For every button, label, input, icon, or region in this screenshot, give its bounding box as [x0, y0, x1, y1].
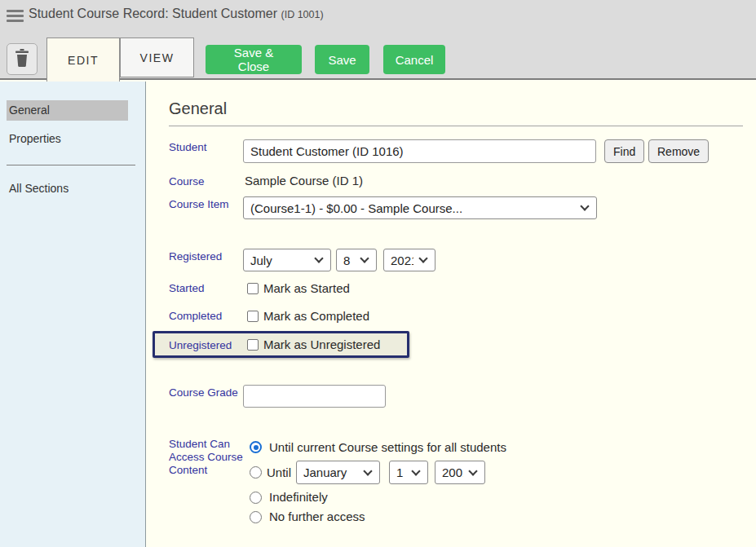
started-checkbox-label: Mark as Started: [263, 281, 350, 295]
chevron-down-icon: [314, 254, 323, 262]
access-option-no-further-access-radio[interactable]: [250, 511, 262, 523]
registered-month-value: July: [250, 254, 309, 267]
course-grade-input[interactable]: [243, 385, 386, 408]
unregistered-checkbox-label: Mark as Unregistered: [263, 337, 380, 351]
general-form: General Student Find Remove Course Sampl…: [146, 82, 756, 547]
chevron-down-icon: [418, 254, 427, 262]
chevron-down-icon: [580, 201, 589, 210]
save-and-close-button[interactable]: Save & Close: [206, 45, 302, 74]
hamburger-menu-icon[interactable]: [7, 10, 24, 22]
access-option-indefinitely-radio[interactable]: [250, 492, 262, 504]
until-day-select[interactable]: 1: [389, 461, 428, 484]
student-can-access-label: Student Can Access Course Content: [169, 438, 244, 477]
registered-year-select[interactable]: 2021: [383, 249, 435, 271]
student-label: Student: [169, 141, 207, 153]
chevron-down-icon: [468, 466, 477, 475]
until-month-select[interactable]: January: [296, 461, 380, 484]
find-button[interactable]: Find: [604, 139, 644, 163]
chevron-down-icon: [360, 254, 369, 262]
student-course-record-window: Student Course Record: Student Customer …: [0, 0, 756, 547]
course-item-label: Course Item: [169, 198, 229, 210]
until-year-value: 2001: [442, 465, 463, 479]
unregistered-label: Unregistered: [169, 339, 232, 351]
course-item-selected-value: (Course1-1) - $0.00 - Sample Course...: [250, 201, 575, 215]
tab-view[interactable]: VIEW: [120, 37, 194, 77]
heading-rule: [169, 126, 743, 126]
access-option-until-label: Until: [267, 465, 291, 479]
trash-icon: [15, 49, 29, 70]
until-day-value: 1: [396, 465, 406, 479]
delete-record-button[interactable]: [7, 43, 38, 75]
page-title-text: Student Course Record: Student Customer: [29, 7, 277, 20]
course-value: Sample Course (ID 1): [245, 174, 363, 187]
course-grade-label: Course Grade: [169, 386, 238, 399]
until-month-value: January: [303, 465, 358, 479]
registered-day-value: 8: [343, 254, 355, 267]
top-bar: Student Course Record: Student Customer …: [0, 0, 756, 80]
completed-label: Completed: [169, 310, 222, 322]
unregistered-checkbox[interactable]: [247, 339, 259, 351]
started-label: Started: [169, 282, 205, 294]
sidebar: General Properties All Sections: [0, 82, 146, 547]
access-option-until-date-radio[interactable]: [250, 466, 262, 479]
student-input[interactable]: [243, 139, 596, 163]
started-checkbox[interactable]: [247, 283, 259, 294]
page-title-id: (ID 1001): [281, 9, 324, 20]
completed-checkbox-label: Mark as Completed: [263, 309, 369, 323]
unregistered-highlighted-row: Unregistered Mark as Unregistered: [153, 331, 409, 358]
registered-day-select[interactable]: 8: [336, 249, 377, 271]
registered-label: Registered: [169, 250, 222, 262]
completed-checkbox[interactable]: [247, 311, 259, 322]
sidebar-divider: [7, 165, 135, 165]
sidebar-item-all-sections[interactable]: All Sections: [7, 179, 128, 199]
cancel-button[interactable]: Cancel: [383, 45, 445, 74]
access-option-no-further-access-label: No further access: [269, 510, 365, 523]
registered-month-select[interactable]: July: [243, 249, 331, 271]
content-area: General Properties All Sections General …: [0, 82, 756, 547]
chevron-down-icon: [411, 466, 420, 475]
save-button[interactable]: Save: [315, 45, 369, 74]
registered-year-value: 2021: [391, 254, 413, 267]
tab-edit[interactable]: EDIT: [46, 37, 120, 82]
until-year-select[interactable]: 2001: [435, 461, 485, 484]
chevron-down-icon: [363, 466, 372, 475]
sidebar-item-properties[interactable]: Properties: [7, 129, 128, 149]
access-option-indefinitely-label: Indefinitely: [269, 490, 328, 504]
sidebar-item-general[interactable]: General: [7, 100, 128, 121]
course-label: Course: [169, 175, 205, 187]
page-title: Student Course Record: Student Customer …: [29, 7, 324, 21]
remove-button[interactable]: Remove: [648, 139, 709, 163]
access-option-current-settings-label: Until current Course settings for all st…: [269, 440, 506, 454]
section-heading: General: [169, 99, 227, 118]
course-item-select[interactable]: (Course1-1) - $0.00 - Sample Course...: [243, 196, 597, 219]
access-option-current-settings-radio[interactable]: [250, 441, 262, 453]
